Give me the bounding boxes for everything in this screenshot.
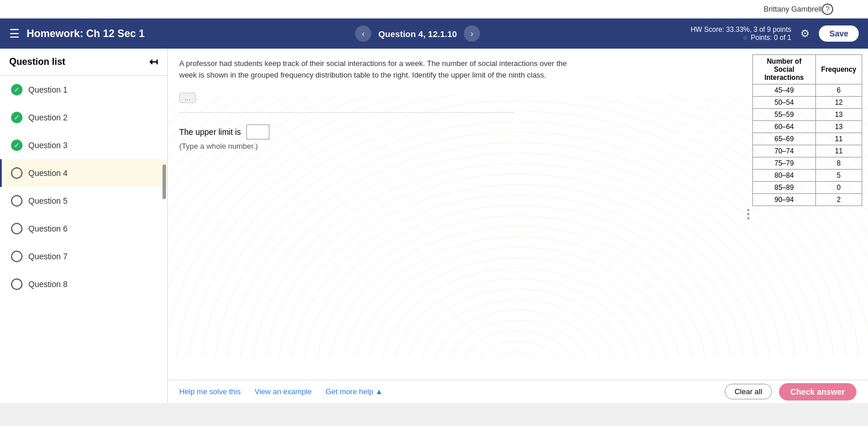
problem-area: A professor had students keep track of t…: [168, 49, 868, 380]
header: ☰ Homework: Ch 12 Sec 1 ‹ Question 4, 12…: [0, 19, 868, 49]
menu-icon[interactable]: ☰: [9, 27, 20, 41]
table-row: 60–6413: [753, 121, 862, 133]
table-row: 80–845: [753, 170, 862, 182]
table-cell-freq: 5: [815, 170, 862, 182]
question-list: ✓ Question 1 ✓ Question 2 ✓ Question 3 Q…: [0, 76, 167, 403]
problem-text: A professor had students keep track of t…: [168, 49, 744, 380]
q2-label: Question 2: [28, 113, 68, 122]
table-cell-freq: 8: [815, 157, 862, 170]
table-row: 50–5412: [753, 97, 862, 109]
q6-status-icon: [11, 223, 23, 234]
answer-prefix: The upper limit is: [179, 127, 241, 137]
help-icon[interactable]: ?: [822, 3, 833, 15]
prev-question-button[interactable]: ‹: [355, 25, 371, 42]
question-nav: ‹ Question 4, 12.1.10 ›: [145, 25, 690, 42]
problem-description: A professor had students keep track of t…: [179, 58, 572, 80]
sidebar-item-q6[interactable]: Question 6: [0, 215, 167, 243]
q1-label: Question 1: [28, 85, 68, 94]
table-cell-freq: 6: [815, 85, 862, 97]
answer-hint: (Type a whole number.): [179, 142, 733, 150]
hw-score-row: HW Score: 33.33%, 3 of 9 points: [690, 25, 791, 34]
answer-input[interactable]: [246, 124, 269, 139]
handle-dots: [747, 209, 749, 219]
settings-icon[interactable]: ⚙: [800, 27, 810, 40]
table-row: 85–890: [753, 182, 862, 194]
view-example-link[interactable]: View an example: [254, 387, 312, 396]
homework-title: Homework: Ch 12 Sec 1: [27, 28, 145, 40]
table-row: 90–942: [753, 194, 862, 206]
table-cell-range: 50–54: [753, 97, 816, 109]
sidebar-item-q1[interactable]: ✓ Question 1: [0, 76, 167, 104]
q3-status-icon: ✓: [11, 139, 23, 151]
points-row: ○ Points: 0 of 1: [743, 34, 791, 42]
table-cell-range: 90–94: [753, 194, 816, 206]
q4-status-icon: [11, 167, 23, 179]
question-label: Question 4, 12.1.10: [378, 29, 457, 39]
expand-button[interactable]: …: [179, 93, 196, 103]
table-cell-range: 65–69: [753, 133, 816, 145]
q5-status-icon: [11, 195, 23, 207]
sidebar-item-q7[interactable]: Question 7: [0, 243, 167, 270]
username: Brittany Gambrell: [764, 5, 822, 13]
clear-all-button[interactable]: Clear all: [725, 384, 772, 399]
collapse-sidebar-icon[interactable]: ↤: [149, 56, 158, 68]
table-cell-freq: 12: [815, 97, 862, 109]
sidebar: Question list ↤ ✓ Question 1 ✓ Question …: [0, 49, 168, 403]
answer-area: The upper limit is: [179, 124, 733, 139]
check-answer-button[interactable]: Check answer: [779, 383, 856, 401]
table-cell-freq: 13: [815, 109, 862, 121]
sidebar-item-q4[interactable]: Question 4: [0, 159, 167, 187]
sidebar-item-q2[interactable]: ✓ Question 2: [0, 104, 167, 131]
table-body: 45–49650–541255–591360–641365–691170–741…: [753, 85, 862, 206]
q1-status-icon: ✓: [11, 84, 23, 96]
q4-label: Question 4: [28, 168, 68, 178]
table-row: 70–7411: [753, 145, 862, 157]
table-cell-range: 80–84: [753, 170, 816, 182]
q8-label: Question 8: [28, 280, 68, 289]
next-question-button[interactable]: ›: [464, 25, 480, 42]
sidebar-item-q8[interactable]: Question 8: [0, 270, 167, 298]
hw-score-label: HW Score: 33.33%, 3 of 9 points: [690, 25, 791, 34]
points-label: Points: 0 of 1: [751, 34, 791, 42]
help-solve-link[interactable]: Help me solve this: [179, 387, 241, 396]
save-button[interactable]: Save: [819, 25, 859, 42]
main-layout: Question list ↤ ✓ Question 1 ✓ Question …: [0, 49, 868, 403]
table-cell-freq: 13: [815, 121, 862, 133]
table-col1-header: Number of Social Interactions: [753, 55, 816, 85]
sidebar-scrollbar[interactable]: [162, 164, 166, 199]
sidebar-item-q3[interactable]: ✓ Question 3: [0, 131, 167, 159]
q2-status-icon: ✓: [11, 112, 23, 123]
frequency-table-area: Number of Social Interactions Frequency …: [752, 49, 868, 380]
q7-label: Question 7: [28, 252, 68, 261]
sidebar-header: Question list ↤: [0, 49, 167, 76]
table-cell-range: 75–79: [753, 157, 816, 170]
bottom-toolbar: Help me solve this View an example Get m…: [168, 380, 868, 403]
more-help-link[interactable]: Get more help ▲: [326, 387, 383, 396]
table-cell-range: 85–89: [753, 182, 816, 194]
dot2: [747, 213, 749, 215]
table-cell-range: 70–74: [753, 145, 816, 157]
q5-label: Question 5: [28, 196, 68, 205]
divider-handle[interactable]: [744, 49, 752, 380]
table-col2-header: Frequency: [815, 55, 862, 85]
bottom-actions: Help me solve this View an example Get m…: [179, 387, 383, 396]
table-cell-range: 55–59: [753, 109, 816, 121]
sidebar-item-q5[interactable]: Question 5: [0, 187, 167, 215]
table-row: 45–496: [753, 85, 862, 97]
q6-label: Question 6: [28, 224, 68, 233]
q3-label: Question 3: [28, 141, 68, 150]
table-cell-freq: 0: [815, 182, 862, 194]
table-row: 65–6911: [753, 133, 862, 145]
table-cell-range: 60–64: [753, 121, 816, 133]
bottom-right-actions: Clear all Check answer: [725, 383, 856, 401]
dot3: [747, 217, 749, 219]
content-area: A professor had students keep track of t…: [168, 49, 868, 403]
sidebar-title: Question list: [9, 57, 65, 67]
frequency-table: Number of Social Interactions Frequency …: [752, 54, 862, 206]
topbar: Brittany Gambrell ?: [0, 0, 868, 19]
table-row: 75–798: [753, 157, 862, 170]
table-cell-freq: 2: [815, 194, 862, 206]
dot1: [747, 209, 749, 211]
table-cell-freq: 11: [815, 133, 862, 145]
table-cell-range: 45–49: [753, 85, 816, 97]
